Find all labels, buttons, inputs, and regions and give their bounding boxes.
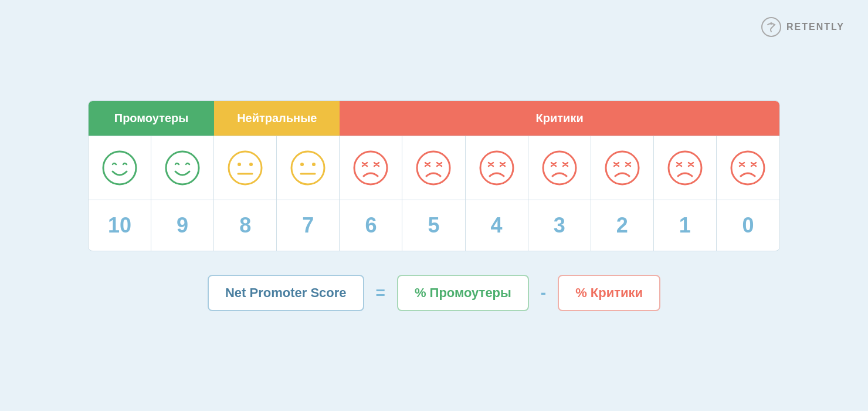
number-cell-4: 4 — [466, 200, 528, 251]
svg-point-1 — [770, 22, 772, 25]
emoji-cell-5 — [402, 136, 465, 200]
emoji-cell-1 — [654, 136, 717, 200]
emoji-cell-7 — [277, 136, 340, 200]
retently-logo-icon — [761, 16, 782, 38]
number-cell-7: 7 — [277, 200, 340, 251]
number-cell-8: 8 — [214, 200, 277, 251]
main-content: Промоутеры Нейтральные Критики — [88, 100, 780, 311]
emoji-cell-10 — [89, 136, 151, 200]
number-cell-0: 0 — [717, 200, 779, 251]
emoji-cell-2 — [591, 136, 654, 200]
svg-point-17 — [669, 151, 701, 184]
sad-face-icon-2 — [603, 149, 641, 187]
formula-nps-box: Net Promoter Score — [208, 275, 364, 311]
svg-point-7 — [249, 163, 253, 166]
emoji-cell-4 — [466, 136, 528, 200]
number-cell-10: 10 — [89, 200, 151, 251]
formula-minus: - — [541, 284, 546, 302]
neutral-face-icon-7 — [289, 149, 327, 187]
emoji-cell-6 — [340, 136, 402, 200]
formula-promoters-box: % Промоутеры — [397, 275, 529, 311]
number-cell-9: 9 — [151, 200, 214, 251]
sad-face-icon-4 — [478, 149, 516, 187]
svg-point-8 — [291, 151, 324, 184]
number-cell-2: 2 — [591, 200, 654, 251]
sad-face-icon-6 — [352, 149, 389, 187]
svg-point-4 — [229, 151, 262, 184]
sad-face-icon-0 — [729, 149, 767, 187]
formula-equals: = — [376, 284, 385, 302]
happy-face-icon-10 — [101, 149, 138, 187]
number-row: 10 9 8 7 6 5 4 3 2 1 0 — [89, 200, 779, 251]
neutral-face-icon-8 — [226, 149, 264, 187]
emoji-cell-8 — [214, 136, 277, 200]
svg-point-0 — [762, 18, 781, 36]
svg-point-2 — [103, 151, 136, 184]
number-cell-1: 1 — [654, 200, 717, 251]
number-cell-3: 3 — [528, 200, 591, 251]
sad-face-icon-3 — [541, 149, 578, 187]
sad-face-icon-5 — [415, 149, 452, 187]
logo-text: RETENTLY — [786, 22, 845, 32]
emoji-cell-9 — [151, 136, 214, 200]
logo-area: RETENTLY — [761, 16, 845, 38]
emoji-cell-3 — [528, 136, 591, 200]
emoji-row — [89, 136, 779, 200]
number-cell-5: 5 — [402, 200, 465, 251]
formula-row: Net Promoter Score = % Промоутеры - % Кр… — [208, 275, 660, 311]
svg-point-6 — [238, 163, 241, 166]
svg-point-11 — [312, 163, 316, 166]
header-promoters: Промоутеры — [89, 101, 214, 136]
svg-point-18 — [731, 151, 764, 184]
nps-table: Промоутеры Нейтральные Критики — [88, 100, 780, 251]
svg-point-3 — [166, 151, 199, 184]
header-neutral: Нейтральные — [214, 101, 340, 136]
svg-point-15 — [543, 151, 576, 184]
svg-point-10 — [300, 163, 304, 166]
number-cell-6: 6 — [340, 200, 402, 251]
svg-point-12 — [354, 151, 387, 184]
emoji-cell-0 — [717, 136, 779, 200]
header-critics: Критики — [340, 101, 779, 136]
svg-point-13 — [417, 151, 450, 184]
happy-face-icon-9 — [164, 149, 201, 187]
svg-point-16 — [606, 151, 639, 184]
sad-face-icon-1 — [666, 149, 704, 187]
svg-point-14 — [480, 151, 513, 184]
header-row: Промоутеры Нейтральные Критики — [89, 101, 779, 136]
formula-critics-box: % Критики — [558, 275, 660, 311]
